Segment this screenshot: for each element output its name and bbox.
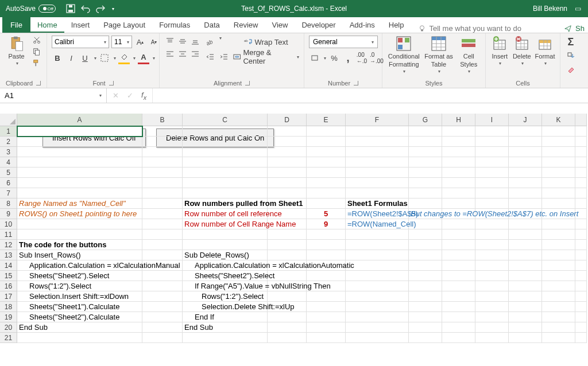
cell-G18[interactable] (409, 302, 442, 312)
col-header-J[interactable]: J (509, 114, 542, 126)
cell-J2[interactable] (509, 137, 542, 147)
cell-E20[interactable] (307, 322, 346, 333)
col-header-K[interactable]: K (542, 114, 575, 126)
font-dialog-launcher[interactable] (109, 81, 114, 85)
cell-L6[interactable] (575, 178, 587, 188)
tab-home[interactable]: Home (30, 17, 64, 33)
col-header-L[interactable] (575, 114, 587, 126)
cell-F17[interactable] (346, 291, 409, 302)
cell-L16[interactable] (575, 281, 587, 291)
col-header-F[interactable]: F (346, 114, 409, 126)
clipboard-dialog-launcher[interactable] (36, 81, 41, 85)
row-header-11[interactable]: 11 (0, 229, 17, 240)
cell-F5[interactable] (346, 168, 409, 178)
cell-G9[interactable]: But changes to =ROW(Sheet2!$A$7) etc. on… (409, 209, 442, 219)
col-header-A[interactable]: A (17, 114, 142, 126)
worksheet-grid[interactable]: A B C D E F G H I J K Insert Rows with C… (0, 103, 588, 366)
save-icon[interactable] (66, 4, 75, 13)
autosave-toggle[interactable]: AutoSave Off (0, 5, 61, 13)
conditional-formatting-button[interactable]: ConditionalFormatting▾ (387, 36, 421, 74)
cell-B6[interactable] (142, 178, 183, 188)
cell-J15[interactable] (509, 271, 542, 281)
format-as-table-button[interactable]: Format asTable▾ (424, 36, 454, 74)
paste-button[interactable]: Paste ▾ (5, 36, 28, 66)
cell-L21[interactable] (575, 333, 587, 343)
cell-F3[interactable] (346, 147, 409, 157)
cell-I16[interactable] (475, 281, 509, 291)
cell-K15[interactable] (542, 271, 575, 281)
cell-C11[interactable] (183, 229, 268, 240)
cell-L15[interactable] (575, 271, 587, 281)
cell-F18[interactable] (346, 302, 409, 312)
cell-C6[interactable] (183, 178, 268, 188)
cell-E11[interactable] (307, 229, 346, 240)
cell-J19[interactable] (509, 312, 542, 322)
cell-H20[interactable] (442, 322, 475, 333)
row-header-5[interactable]: 5 (0, 168, 17, 178)
cell-L3[interactable] (575, 147, 587, 157)
cell-H13[interactable] (442, 250, 475, 260)
cell-E1[interactable] (307, 126, 346, 137)
cell-L17[interactable] (575, 291, 587, 302)
cell-E15[interactable] (307, 271, 346, 281)
cell-A18[interactable]: Sheets("Sheet1").Calculate (17, 302, 142, 312)
cell-C13[interactable]: Sub Delete_Rows() (183, 250, 268, 260)
font-color-button[interactable]: A (138, 52, 149, 64)
cell-C10[interactable]: Row number of Cell Range Name (183, 219, 268, 229)
cell-J21[interactable] (509, 333, 542, 343)
cell-C20[interactable]: End Sub (183, 322, 268, 333)
align-middle-button[interactable] (177, 36, 188, 47)
cell-J6[interactable] (509, 178, 542, 188)
cell-J11[interactable] (509, 229, 542, 240)
cell-K21[interactable] (542, 333, 575, 343)
cell-J20[interactable] (509, 322, 542, 333)
row-header-17[interactable]: 17 (0, 291, 17, 302)
col-header-D[interactable]: D (268, 114, 307, 126)
col-header-I[interactable]: I (475, 114, 509, 126)
cell-J3[interactable] (509, 147, 542, 157)
alignment-dialog-launcher[interactable] (245, 81, 250, 85)
cell-B16[interactable] (142, 281, 183, 291)
cut-button[interactable] (32, 36, 42, 45)
cell-C18[interactable]: Selection.Delete Shift:=xlUp (183, 302, 268, 312)
cell-F12[interactable] (346, 240, 409, 250)
cell-A13[interactable]: Sub Insert_Rows() (17, 250, 142, 260)
cancel-formula-icon[interactable]: ✕ (113, 91, 119, 100)
cell-F2[interactable] (346, 137, 409, 147)
cell-D6[interactable] (268, 178, 307, 188)
row-header-15[interactable]: 15 (0, 271, 17, 281)
cell-J8[interactable] (509, 198, 542, 209)
cell-H19[interactable] (442, 312, 475, 322)
cell-H5[interactable] (442, 168, 475, 178)
decrease-decimal-button[interactable]: .0→.00 (370, 52, 384, 64)
cell-B20[interactable] (142, 322, 183, 333)
cell-A21[interactable] (17, 333, 142, 343)
cell-G1[interactable] (409, 126, 442, 137)
cell-L20[interactable] (575, 322, 587, 333)
tell-me-search[interactable]: Tell me what you want to do (418, 24, 521, 33)
cell-F21[interactable] (346, 333, 409, 343)
cell-C2[interactable] (183, 137, 268, 147)
cell-H14[interactable] (442, 260, 475, 271)
cell-G15[interactable] (409, 271, 442, 281)
row-header-1[interactable]: 1 (0, 126, 17, 137)
cell-B9[interactable] (142, 209, 183, 219)
cell-A12[interactable]: The code for the buttons (17, 240, 142, 250)
font-name-select[interactable]: Calibri▾ (52, 36, 109, 48)
row-header-20[interactable]: 20 (0, 322, 17, 333)
row-header-7[interactable]: 7 (0, 188, 17, 198)
cell-H21[interactable] (442, 333, 475, 343)
cell-L14[interactable] (575, 260, 587, 271)
tab-insert[interactable]: Insert (64, 17, 97, 33)
cell-I13[interactable] (475, 250, 509, 260)
cell-K14[interactable] (542, 260, 575, 271)
increase-font-button[interactable]: A▴ (134, 36, 146, 48)
name-box[interactable]: A1▾ (0, 88, 107, 103)
cell-H7[interactable] (442, 188, 475, 198)
cell-K8[interactable] (542, 198, 575, 209)
font-size-select[interactable]: 11▾ (111, 36, 132, 48)
cell-C14[interactable]: Application.Calculation = xlCalculationA… (183, 260, 268, 271)
cell-D13[interactable] (268, 250, 307, 260)
merge-center-button[interactable]: Merge & Center▾ (233, 50, 299, 63)
cell-K5[interactable] (542, 168, 575, 178)
